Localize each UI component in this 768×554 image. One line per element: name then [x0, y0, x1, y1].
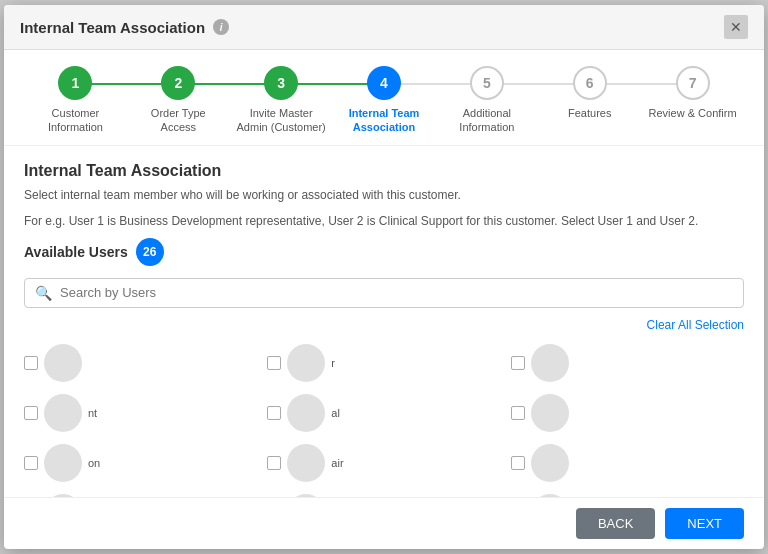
user-checkbox[interactable] [511, 356, 525, 370]
step-2: 2 Order Type Access [127, 66, 230, 135]
step-1: 1 Customer Information [24, 66, 127, 135]
step-6: 6 Features [538, 66, 641, 120]
user-name: al [331, 407, 340, 419]
step-2-label: Order Type Access [133, 106, 223, 135]
section-desc-2: For e.g. User 1 is Business Development … [24, 212, 744, 230]
step-3-label: Invite Master Admin (Customer) [236, 106, 326, 135]
step-1-circle: 1 [58, 66, 92, 100]
list-item: x [267, 490, 500, 497]
step-7-circle: 7 [676, 66, 710, 100]
step-6-label: Features [568, 106, 611, 120]
modal-title: Internal Team Association i [20, 19, 229, 36]
list-item [24, 490, 257, 497]
step-2-circle: 2 [161, 66, 195, 100]
user-checkbox[interactable] [511, 456, 525, 470]
user-count-badge: 26 [136, 238, 164, 266]
user-checkbox[interactable] [24, 356, 38, 370]
user-checkbox[interactable] [267, 456, 281, 470]
modal: Internal Team Association i ✕ 1 Customer… [4, 5, 764, 549]
list-item [511, 340, 744, 386]
list-item [511, 390, 744, 436]
close-button[interactable]: ✕ [724, 15, 748, 39]
user-name: on [88, 457, 100, 469]
user-name: air [331, 457, 343, 469]
modal-title-text: Internal Team Association [20, 19, 205, 36]
user-checkbox[interactable] [511, 406, 525, 420]
step-5-label: Additional Information [442, 106, 532, 135]
avatar [531, 444, 569, 482]
step-7-label: Review & Confirm [649, 106, 737, 120]
list-item: on [24, 440, 257, 486]
step-5-circle: 5 [470, 66, 504, 100]
list-item [24, 340, 257, 386]
available-users-label: Available Users [24, 244, 128, 260]
list-item: r [267, 340, 500, 386]
avatar [44, 444, 82, 482]
step-7: 7 Review & Confirm [641, 66, 744, 120]
user-name: nt [88, 407, 97, 419]
user-checkbox[interactable] [267, 356, 281, 370]
stepper: 1 Customer Information 2 Order Type Acce… [4, 50, 764, 146]
step-4: 4 Internal Team Association [333, 66, 436, 135]
modal-body: Internal Team Association Select interna… [4, 146, 764, 497]
available-users-row: Available Users 26 [24, 238, 744, 266]
user-name: r [331, 357, 335, 369]
list-item [511, 490, 744, 497]
search-icon: 🔍 [35, 285, 52, 301]
info-icon[interactable]: i [213, 19, 229, 35]
search-box: 🔍 [24, 278, 744, 308]
search-input[interactable] [60, 285, 733, 300]
avatar [531, 344, 569, 382]
avatar [287, 394, 325, 432]
step-4-label: Internal Team Association [339, 106, 429, 135]
list-item: nt [24, 390, 257, 436]
list-item [511, 440, 744, 486]
modal-header: Internal Team Association i ✕ [4, 5, 764, 50]
back-button[interactable]: BACK [576, 508, 655, 539]
next-button[interactable]: NEXT [665, 508, 744, 539]
clear-all-button[interactable]: Clear All Selection [24, 318, 744, 332]
avatar [44, 344, 82, 382]
avatar [287, 344, 325, 382]
user-checkbox[interactable] [267, 406, 281, 420]
avatar [44, 394, 82, 432]
step-3-circle: 3 [264, 66, 298, 100]
step-3: 3 Invite Master Admin (Customer) [230, 66, 333, 135]
step-5: 5 Additional Information [435, 66, 538, 135]
section-desc-1: Select internal team member who will be … [24, 186, 744, 204]
step-1-label: Customer Information [30, 106, 120, 135]
avatar [287, 444, 325, 482]
list-item: air [267, 440, 500, 486]
list-item: al [267, 390, 500, 436]
avatar [531, 394, 569, 432]
user-checkbox[interactable] [24, 456, 38, 470]
users-grid: r nt al [24, 340, 744, 497]
step-6-circle: 6 [573, 66, 607, 100]
user-checkbox[interactable] [24, 406, 38, 420]
section-title: Internal Team Association [24, 162, 744, 180]
step-4-circle: 4 [367, 66, 401, 100]
modal-footer: BACK NEXT [4, 497, 764, 549]
